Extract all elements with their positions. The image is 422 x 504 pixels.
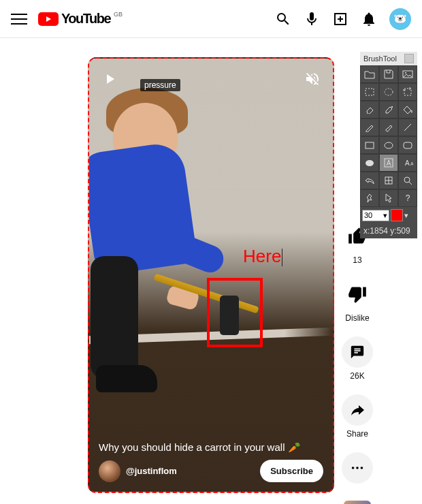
open-icon[interactable] bbox=[360, 65, 379, 83]
video-tag: pressure bbox=[140, 79, 180, 91]
svg-rect-8 bbox=[366, 142, 374, 148]
video-caption: Why you should hide a carrot in your wal… bbox=[99, 441, 301, 454]
tool-close-box[interactable] bbox=[404, 54, 414, 63]
rounded-rect-icon[interactable] bbox=[398, 136, 417, 154]
svg-text:A: A bbox=[387, 159, 391, 167]
top-bar-right: 🐻‍❄️ bbox=[275, 8, 411, 30]
menu-button[interactable] bbox=[11, 11, 27, 27]
content-area: pressure Here Why you should hide a carr… bbox=[0, 38, 422, 504]
rectangle-icon[interactable] bbox=[360, 136, 379, 154]
share-action: Share bbox=[342, 394, 373, 439]
grid-icon[interactable] bbox=[379, 172, 398, 189]
region-label: GB bbox=[114, 11, 123, 18]
eraser-icon[interactable] bbox=[360, 101, 379, 119]
tool-grid: A AA ? bbox=[360, 65, 417, 207]
top-bar-left: YouTube GB bbox=[11, 11, 120, 27]
cursor-icon[interactable] bbox=[379, 189, 398, 207]
comments-action: 26K bbox=[342, 336, 373, 381]
video-subject bbox=[88, 82, 225, 375]
share-label: Share bbox=[346, 429, 368, 439]
annotation-rectangle bbox=[207, 278, 263, 347]
tool-controls: 30▾ ▾ bbox=[360, 207, 417, 223]
pencil-icon[interactable] bbox=[360, 119, 379, 136]
zoom-icon[interactable] bbox=[398, 172, 417, 189]
line-icon[interactable] bbox=[398, 119, 417, 136]
comments-button[interactable] bbox=[342, 336, 373, 368]
action-rail: 13 Dislike 26K Share bbox=[342, 221, 373, 504]
channel-handle: @justinflom bbox=[126, 466, 177, 476]
svg-point-9 bbox=[385, 142, 393, 148]
mute-icon[interactable] bbox=[304, 71, 321, 87]
svg-rect-5 bbox=[366, 89, 374, 95]
crop-icon[interactable] bbox=[398, 83, 417, 101]
rect-select-icon[interactable] bbox=[360, 83, 379, 101]
svg-point-6 bbox=[385, 89, 393, 95]
save-icon[interactable] bbox=[379, 65, 398, 83]
channel-avatar bbox=[99, 460, 120, 482]
coordinates-readout: x:1854 y:509 bbox=[360, 223, 417, 238]
pin-icon[interactable] bbox=[360, 189, 379, 207]
text-icon[interactable]: A bbox=[379, 154, 398, 172]
text-size-icon[interactable]: AA bbox=[398, 154, 417, 172]
svg-point-17 bbox=[404, 177, 410, 183]
dislike-action: Dislike bbox=[342, 279, 373, 323]
tool-title-text: BrushTool bbox=[363, 54, 397, 63]
search-icon[interactable] bbox=[275, 11, 291, 27]
youtube-wordmark: YouTube bbox=[61, 11, 110, 27]
eyedropper-icon[interactable] bbox=[379, 101, 398, 119]
svg-text:?: ? bbox=[406, 193, 410, 203]
brush-tool-panel[interactable]: BrushTool A AA ? 30▾ ▾ x:1854 y:509 bbox=[360, 52, 417, 238]
annotation-text[interactable]: Here bbox=[243, 246, 282, 267]
svg-point-2 bbox=[361, 467, 363, 469]
voice-search-icon[interactable] bbox=[304, 11, 320, 27]
lasso-select-icon[interactable] bbox=[379, 83, 398, 101]
notifications-icon[interactable] bbox=[361, 11, 377, 27]
play-icon[interactable] bbox=[101, 71, 118, 87]
channel-info[interactable]: @justinflom bbox=[99, 460, 177, 482]
bucket-icon[interactable] bbox=[398, 101, 417, 119]
brush-size-select[interactable]: 30▾ bbox=[362, 210, 389, 221]
undo-icon[interactable] bbox=[360, 172, 379, 189]
svg-point-4 bbox=[405, 72, 406, 74]
color-swatch[interactable] bbox=[391, 209, 403, 221]
create-icon[interactable] bbox=[332, 11, 348, 27]
help-icon[interactable]: ? bbox=[398, 189, 417, 207]
svg-text:A: A bbox=[410, 161, 413, 166]
image-icon[interactable] bbox=[398, 65, 417, 83]
share-button[interactable] bbox=[342, 394, 373, 426]
short-video[interactable]: pressure Here Why you should hide a carr… bbox=[88, 57, 334, 493]
svg-point-11 bbox=[366, 160, 374, 166]
ellipse-icon[interactable] bbox=[379, 136, 398, 154]
svg-point-0 bbox=[352, 467, 355, 469]
sound-thumbnail[interactable] bbox=[344, 501, 371, 504]
dislike-button[interactable] bbox=[342, 279, 373, 310]
filled-ellipse-icon[interactable] bbox=[360, 154, 379, 172]
more-button[interactable] bbox=[342, 452, 373, 484]
svg-point-1 bbox=[356, 467, 359, 469]
subscribe-button[interactable]: Subscribe bbox=[260, 460, 323, 482]
like-count: 13 bbox=[353, 255, 361, 265]
youtube-play-icon bbox=[38, 12, 59, 26]
comments-count: 26K bbox=[350, 371, 364, 381]
brush-icon[interactable] bbox=[379, 119, 398, 136]
svg-rect-10 bbox=[404, 142, 412, 148]
video-bottom-bar: @justinflom Subscribe bbox=[99, 460, 323, 482]
svg-text:A: A bbox=[405, 159, 410, 167]
user-avatar[interactable]: 🐻‍❄️ bbox=[389, 8, 411, 30]
more-action bbox=[342, 452, 373, 484]
dislike-label: Dislike bbox=[345, 313, 369, 323]
tool-titlebar[interactable]: BrushTool bbox=[360, 52, 417, 65]
youtube-logo[interactable]: YouTube GB bbox=[38, 11, 120, 27]
top-bar: YouTube GB 🐻‍❄️ bbox=[0, 0, 422, 38]
